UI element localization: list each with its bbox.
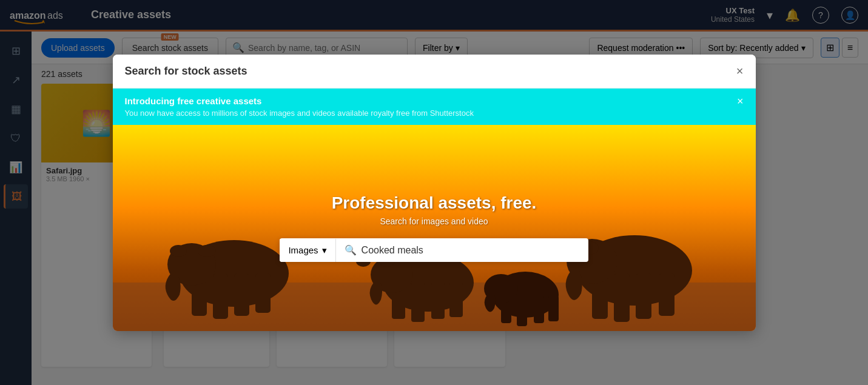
search-type-dropdown[interactable]: Images ▾ bbox=[280, 239, 335, 262]
modal-search-bar: Images ▾ 🔍 bbox=[280, 238, 588, 262]
svg-rect-30 bbox=[517, 296, 527, 326]
info-banner: Introducing free creative assets You now… bbox=[113, 89, 756, 125]
svg-rect-24 bbox=[659, 273, 675, 316]
svg-rect-32 bbox=[548, 296, 559, 321]
svg-point-11 bbox=[170, 245, 187, 257]
search-type-label: Images bbox=[288, 245, 318, 255]
stock-search-modal: Search for stock assets × Introducing fr… bbox=[113, 55, 756, 331]
modal-close-button[interactable]: × bbox=[736, 64, 744, 78]
search-input-wrapper: 🔍 bbox=[336, 238, 588, 262]
svg-rect-23 bbox=[636, 273, 651, 319]
svg-rect-7 bbox=[234, 273, 249, 316]
svg-point-10 bbox=[198, 245, 216, 257]
modal-title: Search for stock assets bbox=[125, 65, 247, 78]
banner-close-button[interactable]: × bbox=[737, 96, 744, 107]
banner-subtitle: You now have access to millions of stock… bbox=[125, 109, 474, 118]
modal-header: Search for stock assets × bbox=[113, 55, 756, 89]
stock-search-input[interactable] bbox=[362, 245, 580, 256]
svg-rect-16 bbox=[449, 283, 463, 317]
svg-rect-14 bbox=[411, 283, 425, 322]
hero-subtitle: Search for images and video bbox=[332, 216, 537, 226]
svg-rect-22 bbox=[614, 273, 630, 322]
hero-title: Professional assets, free. bbox=[332, 193, 537, 213]
svg-rect-6 bbox=[213, 273, 228, 319]
search-icon: 🔍 bbox=[345, 244, 357, 256]
chevron-down-icon: ▾ bbox=[322, 245, 327, 256]
banner-title: Introducing free creative assets bbox=[125, 96, 474, 106]
banner-content: Introducing free creative assets You now… bbox=[125, 96, 474, 118]
svg-rect-31 bbox=[534, 296, 544, 323]
hero-text-area: Professional assets, free. Search for im… bbox=[332, 193, 537, 226]
hero-image-area: Professional assets, free. Search for im… bbox=[113, 125, 756, 331]
svg-rect-15 bbox=[431, 283, 445, 319]
svg-rect-8 bbox=[255, 273, 271, 313]
